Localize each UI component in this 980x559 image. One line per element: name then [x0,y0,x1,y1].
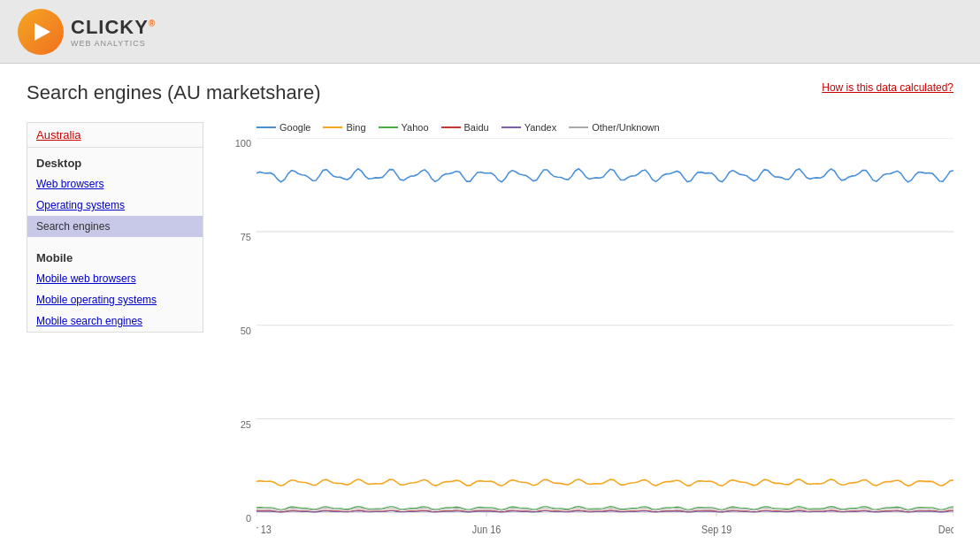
sidebar-region: Australia Desktop Web browsers Operating… [27,122,203,333]
help-link[interactable]: How is this data calculated? [822,81,953,94]
sidebar-link-web-browsers[interactable]: Web browsers [36,178,103,190]
sidebar-link-mobile-operating-systems[interactable]: Mobile operating systems [36,294,157,306]
sidebar: Australia Desktop Web browsers Operating… [27,122,203,541]
legend-label-bing: Bing [346,122,365,133]
legend-item-other/unknown: Other/Unknown [569,122,659,133]
chart-svg-container: Mar 13Jun 16Sep 19Dec 23 [256,138,953,541]
legend-label-other/unknown: Other/Unknown [592,122,659,133]
legend-label-yandex: Yandex [524,122,557,133]
chart-wrapper: 1007550250 Mar 13Jun 16Sep 19Dec 23 [221,138,953,541]
logo-text: CLICKY® WEB ANALYTICS [71,16,156,48]
sidebar-mobile-label: Mobile [27,242,203,268]
sidebar-item-mobile-search-engines[interactable]: Mobile search engines [27,310,203,332]
y-label: 0 [246,513,251,524]
chart-legend: GoogleBingYahooBaiduYandexOther/Unknown [221,122,953,133]
sidebar-item-web-browsers[interactable]: Web browsers [27,173,203,195]
chart-svg: Mar 13Jun 16Sep 19Dec 23 [256,138,953,541]
sidebar-desktop-label: Desktop [27,148,203,173]
legend-item-google: Google [256,122,310,133]
svg-text:Mar 13: Mar 13 [256,525,272,536]
chart-area: GoogleBingYahooBaiduYandexOther/Unknown … [221,122,953,541]
page-title: Search engines (AU marketshare) [27,81,321,104]
legend-color-yahoo [379,126,398,128]
svg-text:Sep 19: Sep 19 [701,525,731,536]
sidebar-link-mobile-search-engines[interactable]: Mobile search engines [36,315,142,327]
y-label: 75 [241,232,251,242]
main-content: Search engines (AU marketshare) How is t… [0,64,980,559]
sidebar-item-operating-systems[interactable]: Operating systems [27,195,203,216]
logo-icon [18,9,64,55]
legend-item-bing: Bing [323,122,365,133]
legend-color-other/unknown [569,126,588,128]
legend-label-yahoo: Yahoo [402,122,429,133]
svg-text:Jun 16: Jun 16 [472,525,501,536]
sidebar-item-mobile-web-browsers[interactable]: Mobile web browsers [27,268,203,289]
legend-label-google: Google [279,122,310,133]
legend-color-baidu [441,126,461,128]
legend-label-baidu: Baidu [464,122,489,133]
logo-sub-text: WEB ANALYTICS [71,39,156,48]
y-axis: 1007550250 [221,138,256,541]
legend-color-yandex [501,126,521,128]
sidebar-link-search-engines[interactable]: Search engines [36,220,110,233]
sidebar-item-mobile-operating-systems[interactable]: Mobile operating systems [27,289,203,310]
legend-color-google [256,126,276,128]
logo-clicky-text: CLICKY® [71,16,156,39]
sidebar-item-search-engines[interactable]: Search engines [27,216,203,237]
content-area: Australia Desktop Web browsers Operating… [27,122,953,541]
title-row: Search engines (AU marketshare) How is t… [27,81,953,104]
y-label: 50 [241,325,251,336]
sidebar-link-operating-systems[interactable]: Operating systems [36,199,125,211]
header: CLICKY® WEB ANALYTICS [0,0,980,64]
logo-arrow-icon [34,23,50,41]
svg-text:Dec 23: Dec 23 [938,525,953,536]
legend-color-bing [323,126,342,128]
sidebar-region-link[interactable]: Australia [36,128,81,142]
legend-item-yandex: Yandex [501,122,557,133]
legend-item-yahoo: Yahoo [379,122,429,133]
logo-tm: ® [149,18,156,27]
sidebar-link-mobile-web-browsers[interactable]: Mobile web browsers [36,272,136,285]
sidebar-region-header: Australia [27,123,203,148]
legend-item-baidu: Baidu [441,122,489,133]
y-label: 25 [241,419,251,430]
y-label: 100 [235,138,251,149]
